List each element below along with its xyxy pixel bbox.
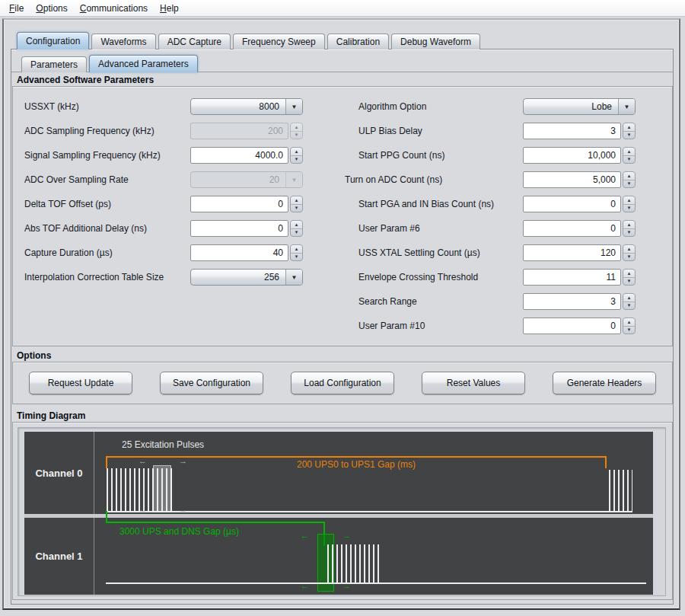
spinner-buttons: ▲▼ bbox=[623, 220, 636, 237]
field-row-ussxt-khz: USSXT (kHz)8000▼ bbox=[13, 94, 343, 119]
field-row-signal-sampling-frequency-khz: Signal Sampling Frequency (kHz)4000.0▲▼ bbox=[13, 143, 343, 168]
spinner-value-field[interactable]: 40 bbox=[190, 244, 288, 261]
spinner-down-button[interactable]: ▼ bbox=[291, 254, 302, 261]
menu-help[interactable]: Help bbox=[154, 2, 185, 15]
spinner-up-button[interactable]: ▲ bbox=[623, 148, 635, 156]
spinner-down-button[interactable]: ▼ bbox=[623, 205, 635, 212]
spinner-value-field[interactable]: 11 bbox=[523, 269, 621, 286]
generate-headers-button[interactable]: Generate Headers bbox=[553, 372, 656, 394]
spinner-value-field[interactable]: 0 bbox=[523, 318, 621, 334]
spinner-delta-tof-offset-ps: 0▲▼ bbox=[190, 196, 303, 212]
reset-values-button[interactable]: Reset Values bbox=[422, 372, 525, 394]
field-label: Signal Sampling Frequency (kHz) bbox=[24, 150, 190, 161]
advanced-parameters-section: USSXT (kHz)8000▼ADC Sampling Frequency (… bbox=[12, 86, 673, 346]
spinner-up-button[interactable]: ▲ bbox=[623, 270, 635, 278]
load-configuration-button[interactable]: Load Configuration bbox=[291, 372, 394, 394]
timing-diagram-canvas: Channel 0 Channel 1 25 Excitation Pulses… bbox=[18, 427, 666, 596]
spinner-down-button[interactable]: ▼ bbox=[623, 229, 635, 237]
spinner-up-button[interactable]: ▲ bbox=[623, 172, 635, 180]
spinner-buttons: ▲▼ bbox=[623, 318, 636, 334]
spinner-down-button[interactable]: ▼ bbox=[623, 327, 635, 334]
spinner-down-button[interactable]: ▼ bbox=[291, 156, 302, 164]
combo-adc-over-sampling-rate: 20▼ bbox=[190, 171, 303, 188]
field-row-algorithm-option: Algorithm OptionLobe▼ bbox=[343, 94, 674, 119]
combo-value: 20 bbox=[191, 174, 285, 185]
field-row-interpolation-correction-table-size: Interpolation Correction Table Size256▼ bbox=[13, 265, 343, 289]
combo-interpolation-correction-table-size[interactable]: 256▼ bbox=[190, 269, 303, 286]
combo-value: 256 bbox=[191, 272, 285, 282]
combo-arrow-icon[interactable]: ▼ bbox=[618, 99, 635, 114]
spinner-up-button[interactable]: ▲ bbox=[291, 245, 302, 254]
tab-debug-waveform[interactable]: Debug Waveform bbox=[391, 34, 480, 49]
spinner-value-field[interactable]: 0 bbox=[190, 220, 288, 237]
subtab-parameters[interactable]: Parameters bbox=[21, 56, 87, 72]
spinner-value-field[interactable]: 0 bbox=[523, 220, 621, 237]
sub-tab-bar: ParametersAdvanced Parameters bbox=[21, 55, 200, 72]
spinner-start-pga-and-in-bias-count-ns: 0▲▼ bbox=[523, 196, 636, 212]
spinner-up-button[interactable]: ▲ bbox=[291, 148, 302, 156]
spinner-up-button[interactable]: ▲ bbox=[291, 221, 302, 229]
spinner-buttons: ▲▼ bbox=[290, 196, 303, 212]
request-update-button[interactable]: Request Update bbox=[29, 372, 132, 394]
menu-options[interactable]: Options bbox=[30, 2, 73, 15]
spinner-buttons: ▲▼ bbox=[623, 244, 636, 261]
spinner-up-button[interactable]: ▲ bbox=[623, 318, 635, 327]
channel1-drag-arrows-top: ←→ bbox=[301, 531, 351, 540]
spinner-search-range: 3▲▼ bbox=[523, 293, 636, 310]
field-label: ULP Bias Delay bbox=[358, 126, 523, 136]
parameters-column-right: Algorithm OptionLobe▼ULP Bias Delay3▲▼St… bbox=[343, 87, 674, 346]
tab-waveforms[interactable]: Waveforms bbox=[91, 34, 155, 49]
combo-arrow-icon[interactable]: ▼ bbox=[285, 270, 302, 285]
spinner-uss-xtal-settling-count-s: 120▲▼ bbox=[523, 244, 636, 261]
arrow-left-icon: ← bbox=[139, 505, 147, 514]
spinner-envelope-crossing-threshold: 11▲▼ bbox=[523, 269, 636, 286]
options-section: Request UpdateSave ConfigurationLoad Con… bbox=[12, 362, 673, 404]
spinner-up-button[interactable]: ▲ bbox=[291, 196, 302, 205]
spinner-down-button[interactable]: ▼ bbox=[291, 205, 302, 212]
spinner-up-button[interactable]: ▲ bbox=[623, 196, 635, 205]
menu-file[interactable]: File bbox=[3, 2, 30, 15]
channel0-second-pulse-train bbox=[609, 470, 632, 511]
tab-calibration[interactable]: Calibration bbox=[327, 34, 389, 49]
spinner-value-field[interactable]: 5,000 bbox=[523, 171, 621, 188]
tab-configuration[interactable]: Configuration bbox=[17, 32, 89, 49]
spinner-up-button[interactable]: ▲ bbox=[623, 221, 635, 229]
spinner-value-field[interactable]: 0 bbox=[190, 196, 288, 212]
field-row-abs-tof-additional-delay-ns: Abs TOF Additional Delay (ns)0▲▼ bbox=[13, 216, 343, 241]
spinner-buttons: ▲▼ bbox=[623, 269, 636, 286]
tab-frequency-sweep[interactable]: Frequency Sweep bbox=[233, 34, 325, 49]
spinner-value-field[interactable]: 3 bbox=[523, 123, 621, 139]
subtab-advanced-parameters[interactable]: Advanced Parameters bbox=[89, 55, 198, 72]
spinner-ulp-bias-delay: 3▲▼ bbox=[523, 123, 636, 139]
spinner-start-ppg-count-ns: 10,000▲▼ bbox=[523, 147, 636, 164]
spinner-signal-sampling-frequency-khz: 4000.0▲▼ bbox=[190, 147, 303, 164]
save-configuration-button[interactable]: Save Configuration bbox=[160, 372, 263, 394]
spinner-up-button[interactable]: ▲ bbox=[623, 245, 635, 254]
spinner-down-button: ▼ bbox=[291, 132, 302, 139]
arrow-right-icon: → bbox=[179, 456, 187, 465]
spinner-down-button[interactable]: ▼ bbox=[623, 278, 635, 286]
tab-adc-capture[interactable]: ADC Capture bbox=[158, 34, 231, 49]
combo-arrow-icon[interactable]: ▼ bbox=[285, 99, 302, 114]
spinner-up-button[interactable]: ▲ bbox=[623, 123, 635, 132]
spinner-value-field[interactable]: 3 bbox=[523, 293, 621, 310]
spinner-down-button[interactable]: ▼ bbox=[623, 302, 635, 310]
spinner-value-field[interactable]: 4000.0 bbox=[190, 147, 288, 164]
combo-ussxt-khz[interactable]: 8000▼ bbox=[190, 98, 303, 115]
menu-communications[interactable]: Communications bbox=[74, 2, 154, 15]
combo-value: Lobe bbox=[524, 101, 618, 112]
field-label: User Param #10 bbox=[358, 321, 523, 331]
spinner-down-button[interactable]: ▼ bbox=[623, 156, 635, 164]
spinner-value-field[interactable]: 120 bbox=[523, 244, 621, 261]
spinner-down-button[interactable]: ▼ bbox=[623, 180, 635, 188]
spinner-buttons: ▲▼ bbox=[290, 220, 303, 237]
spinner-buttons: ▲▼ bbox=[623, 171, 636, 188]
field-label: Start PGA and IN Bias Count (ns) bbox=[358, 199, 523, 209]
spinner-value-field[interactable]: 0 bbox=[523, 196, 621, 212]
spinner-down-button[interactable]: ▼ bbox=[623, 254, 635, 261]
spinner-value-field[interactable]: 10,000 bbox=[523, 147, 621, 164]
spinner-up-button[interactable]: ▲ bbox=[623, 294, 635, 302]
spinner-down-button[interactable]: ▼ bbox=[291, 229, 302, 237]
spinner-down-button[interactable]: ▼ bbox=[623, 132, 635, 139]
combo-algorithm-option[interactable]: Lobe▼ bbox=[523, 98, 636, 115]
